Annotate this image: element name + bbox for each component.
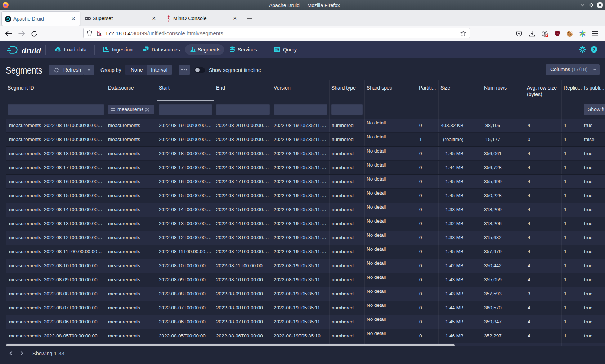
svg-text:UO: UO (556, 32, 559, 35)
svg-text:?: ? (593, 47, 596, 52)
